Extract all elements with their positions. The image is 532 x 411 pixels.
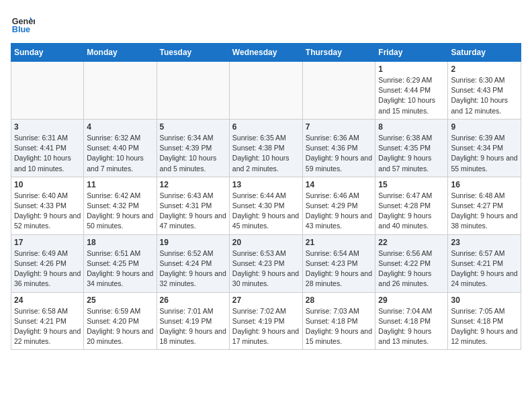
day-number: 7 [306,122,373,132]
calendar-cell [84,62,157,120]
calendar: SundayMondayTuesdayWednesdayThursdayFrid… [11,43,521,350]
day-number: 11 [87,180,153,189]
day-number: 9 [451,122,518,132]
day-info: Sunrise: 7:03 AM Sunset: 4:18 PM Dayligh… [306,306,373,347]
calendar-cell: 26Sunrise: 7:01 AM Sunset: 4:19 PM Dayli… [157,292,229,350]
calendar-cell: 3Sunrise: 6:31 AM Sunset: 4:41 PM Daylig… [11,119,84,177]
calendar-cell: 22Sunrise: 6:56 AM Sunset: 4:22 PM Dayli… [375,234,448,292]
calendar-week-row: 3Sunrise: 6:31 AM Sunset: 4:41 PM Daylig… [11,119,521,177]
calendar-cell: 27Sunrise: 7:02 AM Sunset: 4:19 PM Dayli… [229,292,302,350]
calendar-cell [229,62,302,120]
day-info: Sunrise: 6:40 AM Sunset: 4:33 PM Dayligh… [14,191,81,232]
day-number: 6 [232,122,300,132]
day-info: Sunrise: 6:58 AM Sunset: 4:21 PM Dayligh… [14,306,81,347]
day-info: Sunrise: 6:39 AM Sunset: 4:34 PM Dayligh… [451,133,518,174]
day-number: 29 [378,295,445,305]
day-info: Sunrise: 6:46 AM Sunset: 4:29 PM Dayligh… [306,191,373,232]
calendar-cell: 11Sunrise: 6:42 AM Sunset: 4:32 PM Dayli… [84,177,157,234]
day-info: Sunrise: 6:44 AM Sunset: 4:30 PM Dayligh… [232,191,300,232]
day-info: Sunrise: 6:53 AM Sunset: 4:23 PM Dayligh… [232,248,300,289]
day-number: 23 [451,238,518,247]
calendar-header: SundayMondayTuesdayWednesdayThursdayFrid… [11,44,521,62]
day-number: 15 [378,180,445,189]
day-number: 2 [451,64,518,74]
calendar-cell: 24Sunrise: 6:58 AM Sunset: 4:21 PM Dayli… [11,292,84,350]
calendar-cell [157,62,229,120]
calendar-cell: 10Sunrise: 6:40 AM Sunset: 4:33 PM Dayli… [11,177,84,234]
day-number: 13 [232,180,300,189]
calendar-cell: 30Sunrise: 7:05 AM Sunset: 4:18 PM Dayli… [448,292,521,350]
weekday-header-row: SundayMondayTuesdayWednesdayThursdayFrid… [11,44,521,62]
calendar-week-row: 17Sunrise: 6:49 AM Sunset: 4:26 PM Dayli… [11,234,521,292]
day-info: Sunrise: 6:36 AM Sunset: 4:36 PM Dayligh… [306,133,373,174]
day-number: 18 [87,238,153,247]
day-number: 12 [160,180,226,189]
calendar-cell: 16Sunrise: 6:48 AM Sunset: 4:27 PM Dayli… [448,177,521,234]
svg-text:Blue: Blue [12,25,30,34]
calendar-cell: 4Sunrise: 6:32 AM Sunset: 4:40 PM Daylig… [84,119,157,177]
calendar-cell: 23Sunrise: 6:57 AM Sunset: 4:21 PM Dayli… [448,234,521,292]
day-number: 28 [306,295,373,305]
calendar-cell [302,62,375,120]
day-info: Sunrise: 7:04 AM Sunset: 4:18 PM Dayligh… [378,306,445,347]
day-number: 27 [232,295,300,305]
weekday-header-tuesday: Tuesday [157,44,229,62]
calendar-cell: 17Sunrise: 6:49 AM Sunset: 4:26 PM Dayli… [11,234,84,292]
calendar-cell: 12Sunrise: 6:43 AM Sunset: 4:31 PM Dayli… [157,177,229,234]
weekday-header-sunday: Sunday [11,44,84,62]
day-number: 26 [160,295,226,305]
calendar-cell: 5Sunrise: 6:34 AM Sunset: 4:39 PM Daylig… [157,119,229,177]
day-number: 21 [306,238,373,247]
calendar-cell: 21Sunrise: 6:54 AM Sunset: 4:23 PM Dayli… [302,234,375,292]
calendar-cell: 28Sunrise: 7:03 AM Sunset: 4:18 PM Dayli… [302,292,375,350]
calendar-cell: 19Sunrise: 6:52 AM Sunset: 4:24 PM Dayli… [157,234,229,292]
day-info: Sunrise: 6:48 AM Sunset: 4:27 PM Dayligh… [451,191,518,232]
day-number: 5 [160,122,226,132]
day-info: Sunrise: 6:47 AM Sunset: 4:28 PM Dayligh… [378,191,445,232]
weekday-header-friday: Friday [375,44,448,62]
day-info: Sunrise: 6:56 AM Sunset: 4:22 PM Dayligh… [378,248,445,289]
calendar-cell: 18Sunrise: 6:51 AM Sunset: 4:25 PM Dayli… [84,234,157,292]
calendar-cell: 8Sunrise: 6:38 AM Sunset: 4:35 PM Daylig… [375,119,448,177]
day-number: 4 [87,122,153,132]
day-number: 14 [306,180,373,189]
day-number: 19 [160,238,226,247]
day-info: Sunrise: 6:38 AM Sunset: 4:35 PM Dayligh… [378,133,445,174]
day-info: Sunrise: 6:35 AM Sunset: 4:38 PM Dayligh… [232,133,300,174]
calendar-cell: 25Sunrise: 6:59 AM Sunset: 4:20 PM Dayli… [84,292,157,350]
day-number: 22 [378,238,445,247]
calendar-cell: 14Sunrise: 6:46 AM Sunset: 4:29 PM Dayli… [302,177,375,234]
day-number: 8 [378,122,445,132]
calendar-cell: 1Sunrise: 6:29 AM Sunset: 4:44 PM Daylig… [375,62,448,120]
day-info: Sunrise: 6:30 AM Sunset: 4:43 PM Dayligh… [451,75,518,116]
day-info: Sunrise: 6:32 AM Sunset: 4:40 PM Dayligh… [87,133,153,174]
calendar-cell: 20Sunrise: 6:53 AM Sunset: 4:23 PM Dayli… [229,234,302,292]
calendar-cell [11,62,84,120]
calendar-week-row: 24Sunrise: 6:58 AM Sunset: 4:21 PM Dayli… [11,292,521,350]
day-info: Sunrise: 6:54 AM Sunset: 4:23 PM Dayligh… [306,248,373,289]
calendar-cell: 9Sunrise: 6:39 AM Sunset: 4:34 PM Daylig… [448,119,521,177]
day-info: Sunrise: 6:49 AM Sunset: 4:26 PM Dayligh… [14,248,81,289]
calendar-cell: 29Sunrise: 7:04 AM Sunset: 4:18 PM Dayli… [375,292,448,350]
day-number: 20 [232,238,300,247]
day-number: 30 [451,295,518,305]
day-number: 16 [451,180,518,189]
day-number: 10 [14,180,81,189]
calendar-cell: 2Sunrise: 6:30 AM Sunset: 4:43 PM Daylig… [448,62,521,120]
day-info: Sunrise: 7:02 AM Sunset: 4:19 PM Dayligh… [232,306,300,347]
header: General Blue [11,11,521,35]
day-info: Sunrise: 7:01 AM Sunset: 4:19 PM Dayligh… [160,306,226,347]
day-info: Sunrise: 6:59 AM Sunset: 4:20 PM Dayligh… [87,306,153,347]
day-info: Sunrise: 6:29 AM Sunset: 4:44 PM Dayligh… [378,75,445,116]
day-info: Sunrise: 6:34 AM Sunset: 4:39 PM Dayligh… [160,133,226,174]
calendar-cell: 13Sunrise: 6:44 AM Sunset: 4:30 PM Dayli… [229,177,302,234]
weekday-header-wednesday: Wednesday [229,44,302,62]
weekday-header-thursday: Thursday [302,44,375,62]
day-number: 25 [87,295,153,305]
weekday-header-saturday: Saturday [448,44,521,62]
day-info: Sunrise: 6:42 AM Sunset: 4:32 PM Dayligh… [87,191,153,232]
day-info: Sunrise: 6:43 AM Sunset: 4:31 PM Dayligh… [160,191,226,232]
calendar-cell: 6Sunrise: 6:35 AM Sunset: 4:38 PM Daylig… [229,119,302,177]
day-info: Sunrise: 6:52 AM Sunset: 4:24 PM Dayligh… [160,248,226,289]
calendar-cell: 7Sunrise: 6:36 AM Sunset: 4:36 PM Daylig… [302,119,375,177]
